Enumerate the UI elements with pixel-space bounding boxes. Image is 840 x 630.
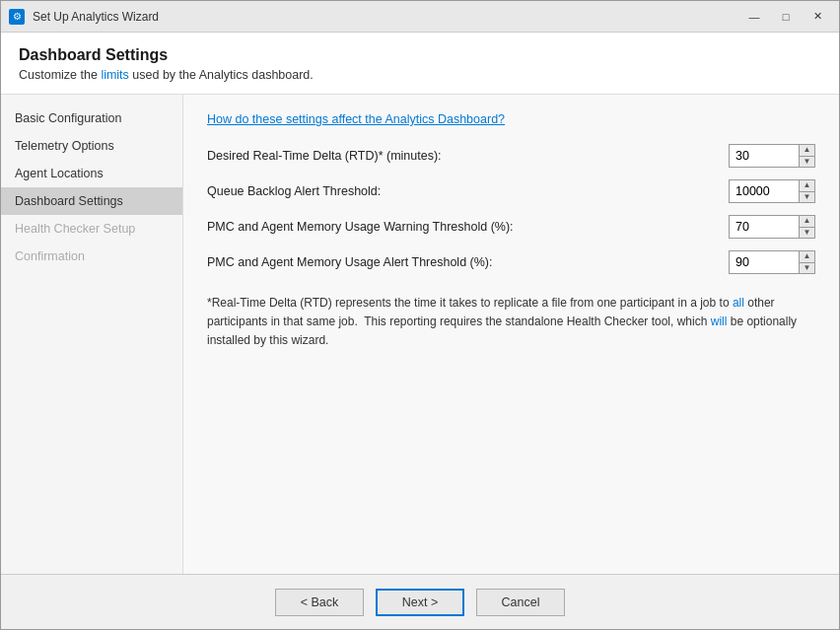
maximize-button[interactable]: □ [772,7,800,27]
footer: < Back Next > Cancel [1,574,839,629]
next-button[interactable]: Next > [376,589,464,616]
sidebar-item-basic-configuration[interactable]: Basic Configuration [1,105,182,132]
queue-backlog-input[interactable] [730,180,799,202]
window: ⚙ Set Up Analytics Wizard — □ ✕ Dashboar… [0,0,840,630]
rtd-label: Desired Real-Time Delta (RTD)* (minutes)… [207,149,729,163]
page-title: Dashboard Settings [19,46,821,64]
limits-link[interactable]: limits [101,68,128,82]
queue-backlog-decrement-button[interactable]: ▼ [799,192,814,203]
memory-alert-decrement-button[interactable]: ▼ [799,263,814,274]
memory-warning-field-row: PMC and Agent Memory Usage Warning Thres… [207,215,815,239]
rtd-decrement-button[interactable]: ▼ [799,157,814,168]
back-button[interactable]: < Back [275,589,364,616]
memory-warning-decrement-button[interactable]: ▼ [799,228,814,239]
sidebar-item-telemetry-options[interactable]: Telemetry Options [1,132,182,160]
rtd-increment-button[interactable]: ▲ [799,145,814,157]
queue-backlog-label: Queue Backlog Alert Threshold: [207,184,729,198]
note-highlight-will: will [711,315,728,328]
memory-warning-input[interactable] [730,216,799,238]
queue-backlog-field-row: Queue Backlog Alert Threshold: ▲ ▼ [207,179,815,203]
rtd-spinner-buttons: ▲ ▼ [799,145,814,167]
queue-backlog-spinner: ▲ ▼ [729,179,815,203]
memory-warning-increment-button[interactable]: ▲ [799,216,814,228]
memory-alert-spinner-buttons: ▲ ▼ [799,251,814,273]
minimize-button[interactable]: — [740,7,768,27]
rtd-input[interactable] [730,145,799,167]
note-highlight-all: all [733,296,744,310]
sidebar-item-health-checker-setup: Health Checker Setup [1,215,182,243]
cancel-button[interactable]: Cancel [476,589,565,616]
sidebar-item-confirmation: Confirmation [1,243,182,270]
sidebar: Basic Configuration Telemetry Options Ag… [1,95,183,574]
memory-alert-spinner: ▲ ▼ [729,250,815,274]
memory-alert-increment-button[interactable]: ▲ [799,251,814,263]
help-link[interactable]: How do these settings affect the Analyti… [207,112,815,126]
memory-alert-field-row: PMC and Agent Memory Usage Alert Thresho… [207,250,815,274]
title-bar-controls: — □ ✕ [740,7,831,27]
main-content: How do these settings affect the Analyti… [183,95,839,574]
queue-backlog-increment-button[interactable]: ▲ [799,180,814,192]
note-text: *Real-Time Delta (RTD) represents the ti… [207,294,815,351]
app-icon: ⚙ [9,9,25,25]
page-subtitle: Customize the limits used by the Analyti… [19,68,821,82]
rtd-field-row: Desired Real-Time Delta (RTD)* (minutes)… [207,144,815,168]
sidebar-item-agent-locations[interactable]: Agent Locations [1,160,182,187]
title-bar-text: Set Up Analytics Wizard [33,10,740,24]
memory-alert-input[interactable] [730,251,799,273]
queue-backlog-spinner-buttons: ▲ ▼ [799,180,814,202]
page-header: Dashboard Settings Customize the limits … [1,33,839,95]
title-bar: ⚙ Set Up Analytics Wizard — □ ✕ [1,1,839,33]
close-button[interactable]: ✕ [804,7,831,27]
rtd-spinner: ▲ ▼ [729,144,815,168]
memory-warning-label: PMC and Agent Memory Usage Warning Thres… [207,220,729,234]
sidebar-item-dashboard-settings[interactable]: Dashboard Settings [1,187,182,215]
memory-warning-spinner: ▲ ▼ [729,215,815,239]
memory-alert-label: PMC and Agent Memory Usage Alert Thresho… [207,255,729,269]
content-area: Basic Configuration Telemetry Options Ag… [1,95,839,574]
memory-warning-spinner-buttons: ▲ ▼ [799,216,814,238]
